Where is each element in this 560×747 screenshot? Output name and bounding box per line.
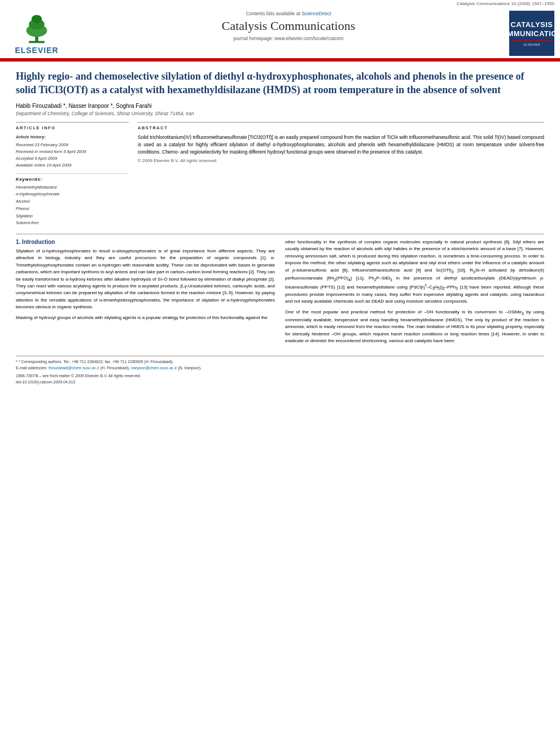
top-bar: ELSEVIER Contents lists available at Sci… <box>0 7 560 56</box>
body-divider <box>16 234 544 234</box>
footnote-email-label: E-mail addresses: <box>16 366 47 370</box>
footnote-license-text: 1566-7367/$ – see front matter © 2009 El… <box>16 374 141 378</box>
elsevier-wordmark: ELSEVIER <box>15 46 58 55</box>
received-date: Received 23 February 2009 <box>16 142 129 148</box>
available-date: Available online 19 April 2009 <box>16 162 129 169</box>
body-left-column: 1. Introduction Silylation of α-hydroxyp… <box>16 239 275 348</box>
footer: * * Corresponding authors. Tel.: +98 711… <box>16 356 544 385</box>
footnote-corresponding: * * Corresponding authors. Tel.: +98 711… <box>16 359 544 365</box>
keyword-item: Silylation <box>16 213 129 220</box>
footnote-corresponding-text: * Corresponding authors. Tel.: +98 711 2… <box>19 360 174 364</box>
abstract-text: Solid trichlorotitanium(IV) trifluoromet… <box>138 134 544 156</box>
affiliation: Department of Chemistry, College of Scie… <box>16 111 544 116</box>
article-history: Article history: Received 23 February 20… <box>16 134 129 169</box>
article-info-section: ARTICLE INFO Article history: Received 2… <box>16 122 544 228</box>
sciencedirect-link[interactable]: ScienceDirect <box>301 11 331 16</box>
keyword-item: α-Hydroxyphosphonate <box>16 191 129 198</box>
catalysis-journal-logo: CATALYSISCOMMUNICATIONS ELSEVIER <box>509 11 554 56</box>
body-columns: 1. Introduction Silylation of α-hydroxyp… <box>16 239 544 348</box>
journal-title: Catalysis Communications <box>73 19 504 33</box>
body-paragraph-3: other functionality in the synthesis of … <box>285 239 544 305</box>
journal-info-text: Catalysis Communications 10 (2009) 1547–… <box>457 1 554 6</box>
body-paragraph-2: Masking of hydroxyl groups of alcohols w… <box>16 314 275 321</box>
received-revised-date: Received in revised form 5 April 2009 <box>16 148 129 155</box>
keyword-item: Alcohol <box>16 198 129 206</box>
footnote-email1[interactable]: firouzabadi@chem.susc.ac.ir <box>49 366 99 370</box>
body-paragraph-1: Silylation of α-hydroxyphosphonates to r… <box>16 248 275 311</box>
footnote-license: 1566-7367/$ – see front matter © 2009 El… <box>16 373 544 379</box>
footnote-author1: (H. Firouzabadi), <box>100 366 131 370</box>
svg-point-4 <box>32 15 42 23</box>
content-area: Highly regio- and chemoselective silylat… <box>0 62 560 391</box>
journal-header: Catalysis Communications 10 (2009) 1547–… <box>0 0 560 59</box>
body-right-column: other functionality in the synthesis of … <box>285 239 544 348</box>
contents-label: Contents lists available at <box>246 11 300 16</box>
sciencedirect-line: Contents lists available at ScienceDirec… <box>73 11 504 16</box>
svg-point-5 <box>36 36 38 38</box>
journal-homepage: journal homepage: www.elsevier.com/locat… <box>73 36 504 41</box>
article-info-label: ARTICLE INFO <box>16 125 129 130</box>
intro-heading: 1. Introduction <box>16 239 275 245</box>
abstract-copyright: © 2009 Elsevier B.V. All rights reserved… <box>138 158 544 163</box>
elsevier-logo: ELSEVIER <box>6 11 68 55</box>
accepted-date: Accepted 9 April 2009 <box>16 155 129 162</box>
keywords-list: Hexamethyldisilazane α-Hydroxyphosphonat… <box>16 184 129 228</box>
keywords-label: Keywords: <box>16 177 129 182</box>
footnote-doi: doi:10.1016/j.catcom.2009.04.013 <box>16 379 544 386</box>
footnote-email2[interactable]: iranpoor@chem.susc.ac.ir <box>131 366 177 370</box>
catalysis-logo-sub: ELSEVIER <box>523 43 540 46</box>
elsevier-tree-icon <box>17 11 56 45</box>
keyword-item: Hexamethyldisilazane <box>16 184 129 191</box>
footnote-author2: (N. Iranpoor). <box>178 366 202 370</box>
catalysis-logo-title: CATALYSISCOMMUNICATIONS <box>496 20 560 38</box>
svg-rect-1 <box>29 41 45 43</box>
abstract-label: ABSTRACT <box>138 125 544 130</box>
abstract-column: ABSTRACT Solid trichlorotitanium(IV) tri… <box>138 122 544 228</box>
footnote-doi-text: doi:10.1016/j.catcom.2009.04.013 <box>16 380 75 384</box>
history-label: Article history: <box>16 134 129 141</box>
footnote-email: E-mail addresses: firouzabadi@chem.susc.… <box>16 365 544 372</box>
article-title: Highly regio- and chemoselective silylat… <box>16 69 544 97</box>
keyword-item: Solvent-free <box>16 220 129 227</box>
page: Catalysis Communications 10 (2009) 1547–… <box>0 0 560 747</box>
body-paragraph-4: One of the most popular and practical me… <box>285 309 544 344</box>
authors: Habib Firouzabadi *, Nasser Iranpoor *, … <box>16 103 544 109</box>
journal-info-bar: Catalysis Communications 10 (2009) 1547–… <box>0 0 560 7</box>
header-center: Contents lists available at ScienceDirec… <box>68 11 509 41</box>
keywords-section: Keywords: Hexamethyldisilazane α-Hydroxy… <box>16 173 129 228</box>
keyword-item: Phenol <box>16 206 129 213</box>
article-info-column: ARTICLE INFO Article history: Received 2… <box>16 122 129 228</box>
